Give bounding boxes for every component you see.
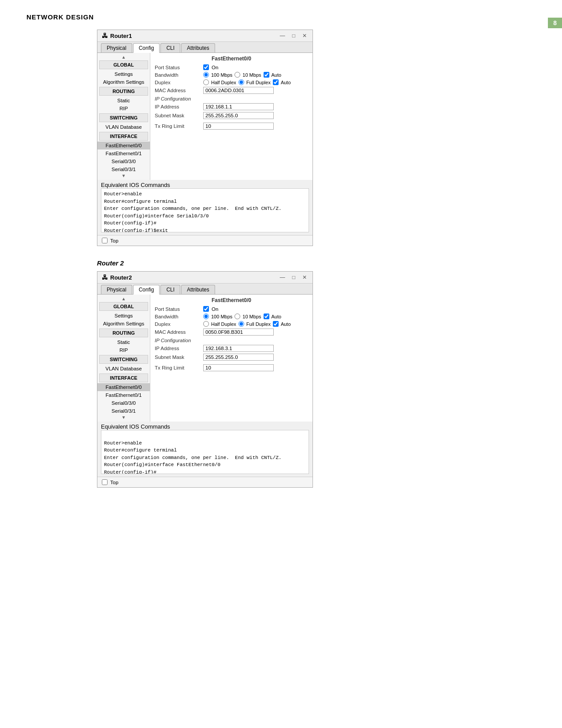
duplex-half-label: Half Duplex	[211, 80, 236, 85]
ip-address-input[interactable]	[203, 103, 274, 110]
page-number: 8	[548, 18, 562, 28]
port-status-on-label: On	[212, 65, 218, 70]
duplex-full-radio[interactable]	[238, 79, 244, 85]
r2-tab-attributes[interactable]: Attributes	[181, 285, 215, 294]
sidebar-item-settings[interactable]: Settings	[97, 70, 150, 78]
r2-duplex-label: Duplex	[155, 321, 203, 327]
r2-sidebar-item-settings[interactable]: Settings	[97, 312, 150, 320]
r2-top-checkbox[interactable]	[102, 479, 108, 485]
r2-ip-address-input[interactable]	[203, 345, 274, 352]
router2-window: 🖧 Router2 — □ ✕ Physical Config CLI Attr…	[97, 271, 313, 488]
sidebar-item-routing[interactable]: ROUTING	[99, 87, 148, 96]
r2-ios-line-4: Router(config)#interface FastEthernet0/0	[104, 461, 306, 469]
router1-icon: 🖧	[102, 32, 108, 39]
r2-sidebar-item-interface[interactable]: INTERFACE	[99, 373, 148, 382]
router2-controls[interactable]: — □ ✕	[279, 274, 308, 280]
r2-sidebar-item-algorithm-settings[interactable]: Algorithm Settings	[97, 320, 150, 328]
sidebar-item-interface[interactable]: INTERFACE	[99, 132, 148, 141]
top-checkbox[interactable]	[102, 238, 108, 243]
r2-mac-value-area: 0050.0F98.B301	[203, 329, 308, 336]
sidebar-item-static[interactable]: Static	[97, 97, 150, 105]
router1-sidebar: ▲ GLOBAL Settings Algorithm Settings ROU…	[97, 53, 150, 180]
r2-sidebar-item-serial030[interactable]: Serial0/3/0	[97, 399, 150, 407]
r2-minimize-button[interactable]: —	[279, 274, 287, 280]
r2-sidebar-item-global[interactable]: GLOBAL	[99, 302, 148, 311]
minimize-button[interactable]: —	[279, 33, 287, 39]
bandwidth-auto-checkbox[interactable]	[264, 72, 269, 78]
r2-sidebar-scroll-up[interactable]: ▲	[97, 296, 150, 301]
duplex-auto-checkbox[interactable]	[273, 79, 279, 85]
r2-bandwidth-auto-checkbox[interactable]	[264, 314, 269, 319]
r2-port-status-label: Port Status	[155, 306, 203, 312]
sidebar-item-rip[interactable]: RIP	[97, 105, 150, 112]
r2-duplex-half-label: Half Duplex	[211, 321, 236, 327]
r2-bandwidth-options: 100 Mbps 10 Mbps Auto	[203, 314, 308, 319]
router1-controls[interactable]: — □ ✕	[279, 33, 308, 39]
r2-subnet-label: Subnet Mask	[155, 355, 203, 360]
r2-ios-label: Equivalent IOS Commands	[101, 423, 170, 430]
ip-address-row: IP Address	[155, 103, 308, 110]
bandwidth-options: 100 Mbps 10 Mbps Auto	[203, 72, 308, 78]
ios-label: Equivalent IOS Commands	[101, 182, 170, 188]
r2-port-status-checkbox[interactable]	[203, 306, 209, 312]
subnet-row: Subnet Mask	[155, 112, 308, 119]
r2-subnet-input[interactable]	[203, 354, 274, 361]
mac-label: MAC Address	[155, 88, 203, 93]
r2-duplex-full-radio[interactable]	[238, 321, 244, 327]
tx-ring-input[interactable]	[203, 123, 274, 130]
r2-port-status-on-label: On	[212, 306, 218, 312]
r2-duplex-auto-checkbox[interactable]	[273, 321, 279, 327]
r2-sidebar-scroll-down[interactable]: ▼	[97, 415, 150, 420]
tab-attributes[interactable]: Attributes	[181, 43, 215, 52]
r2-sidebar-item-switching[interactable]: SWITCHING	[99, 355, 148, 364]
r2-sidebar-item-fe01[interactable]: FastEthernet0/1	[97, 391, 150, 399]
r2-tx-ring-input[interactable]	[203, 364, 274, 371]
ios-line-3: Enter configuration commands, one per li…	[104, 205, 306, 213]
r2-tab-physical[interactable]: Physical	[101, 285, 132, 294]
sidebar-item-serial031[interactable]: Serial0/3/1	[97, 165, 150, 173]
r2-tx-ring-label: Tx Ring Limit	[155, 365, 203, 370]
r2-sidebar-item-serial031[interactable]: Serial0/3/1	[97, 407, 150, 415]
mac-input[interactable]: 0006.2ADD.0301	[203, 87, 274, 94]
tx-ring-value	[203, 123, 308, 130]
sidebar-item-fe01[interactable]: FastEthernet0/1	[97, 149, 150, 157]
sidebar-item-global[interactable]: GLOBAL	[99, 60, 148, 69]
r2-tab-config[interactable]: Config	[133, 285, 160, 295]
maximize-button[interactable]: □	[291, 33, 297, 39]
subnet-input[interactable]	[203, 112, 274, 119]
top-label: Top	[110, 238, 119, 243]
r2-port-status-value: On	[203, 306, 308, 312]
bandwidth-100-radio[interactable]	[203, 72, 209, 78]
r2-sidebar-item-fe00[interactable]: FastEthernet0/0	[97, 383, 150, 391]
router1-right-panel: FastEthernet0/0 Port Status On Bandwidth…	[150, 53, 313, 180]
router1-panel-title: FastEthernet0/0	[155, 56, 308, 62]
r2-mac-input[interactable]: 0050.0F98.B301	[203, 329, 274, 336]
duplex-half-radio[interactable]	[203, 79, 209, 85]
sidebar-item-vlan[interactable]: VLAN Database	[97, 123, 150, 131]
tab-physical[interactable]: Physical	[101, 43, 132, 52]
bandwidth-10-radio[interactable]	[234, 72, 240, 78]
sidebar-item-algorithm-settings[interactable]: Algorithm Settings	[97, 78, 150, 86]
port-status-checkbox[interactable]	[203, 64, 209, 70]
r2-maximize-button[interactable]: □	[291, 274, 297, 280]
router1-titlebar: 🖧 Router1 — □ ✕	[97, 30, 313, 42]
r2-duplex-half-radio[interactable]	[203, 321, 209, 327]
r2-bandwidth-100-radio[interactable]	[203, 314, 209, 319]
sidebar-item-serial030[interactable]: Serial0/3/0	[97, 157, 150, 165]
r2-sidebar-item-rip[interactable]: RIP	[97, 346, 150, 354]
r2-sidebar-item-static[interactable]: Static	[97, 338, 150, 346]
duplex-auto-label: Auto	[281, 80, 291, 85]
tab-config[interactable]: Config	[133, 43, 160, 53]
r2-tab-cli[interactable]: CLI	[160, 285, 180, 294]
tab-cli[interactable]: CLI	[160, 43, 180, 52]
r2-sidebar-item-routing[interactable]: ROUTING	[99, 329, 148, 337]
sidebar-scroll-down[interactable]: ▼	[97, 173, 150, 178]
r2-close-button[interactable]: ✕	[301, 274, 308, 280]
sidebar-item-switching[interactable]: SWITCHING	[99, 113, 148, 122]
router2-panel-title: FastEthernet0/0	[155, 297, 308, 303]
sidebar-scroll-up[interactable]: ▲	[97, 55, 150, 60]
sidebar-item-fe00[interactable]: FastEthernet0/0	[97, 142, 150, 149]
r2-sidebar-item-vlan[interactable]: VLAN Database	[97, 365, 150, 373]
close-button[interactable]: ✕	[301, 33, 308, 39]
r2-bandwidth-10-radio[interactable]	[234, 314, 240, 319]
